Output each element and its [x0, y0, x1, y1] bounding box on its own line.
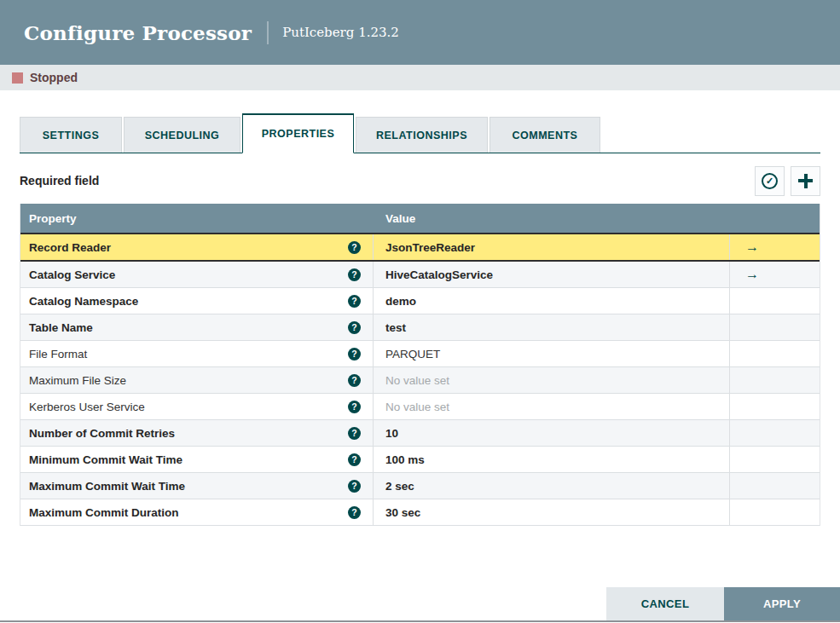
goto-cell [730, 447, 820, 472]
property-cell: Maximum File Size [20, 367, 374, 393]
property-cell: Maximum Commit Wait Time [20, 473, 374, 499]
property-value: No value set [385, 374, 449, 387]
apply-button[interactable]: APPLY [724, 587, 840, 620]
property-table-body: Record Reader JsonTreeReader Catalog Ser… [20, 233, 820, 526]
property-name: Table Name [29, 321, 93, 334]
property-cell: Record Reader [20, 234, 374, 260]
property-value: 10 [385, 427, 398, 440]
property-cell: Minimum Commit Wait Time [20, 447, 374, 472]
required-field-legend: Required field [20, 174, 99, 187]
tab-bar: SETTINGSSCHEDULINGPROPERTIESRELATIONSHIP… [20, 113, 820, 153]
stopped-icon [12, 72, 23, 84]
value-cell[interactable]: 2 sec [374, 473, 730, 499]
tab-label: PROPERTIES [262, 128, 335, 140]
goto-cell [730, 420, 820, 446]
table-row[interactable]: Minimum Commit Wait Time 100 ms [20, 447, 820, 473]
help-icon[interactable] [348, 480, 361, 493]
property-name: Minimum Commit Wait Time [29, 453, 182, 466]
property-table-header: Property Value [20, 204, 820, 233]
table-row[interactable]: Catalog Service HiveCatalogService [20, 262, 820, 288]
table-row[interactable]: Number of Commit Retries 10 [20, 420, 820, 447]
value-cell[interactable]: 30 sec [374, 499, 730, 525]
check-circle-icon [762, 173, 778, 189]
dialog-header: Configure Processor PutIceberg 1.23.2 [0, 0, 840, 65]
add-property-button[interactable] [791, 166, 820, 196]
status-label: Stopped [30, 71, 78, 84]
property-name: Number of Commit Retries [29, 427, 175, 440]
property-name: Record Reader [29, 241, 111, 254]
table-row[interactable]: Maximum File Size No value set [20, 367, 820, 394]
configure-processor-dialog: Configure Processor PutIceberg 1.23.2 St… [0, 0, 840, 623]
property-cell: Kerberos User Service [20, 394, 374, 419]
help-icon[interactable] [348, 321, 361, 334]
property-name: Kerberos User Service [29, 401, 145, 413]
table-row[interactable]: Record Reader JsonTreeReader [20, 233, 820, 262]
property-value: test [385, 321, 406, 334]
value-cell[interactable]: test [374, 314, 730, 340]
table-row[interactable]: File Format PARQUET [20, 341, 820, 367]
property-cell: Table Name [20, 314, 374, 340]
tab-comments[interactable]: COMMENTS [490, 117, 600, 153]
goto-cell [730, 234, 820, 260]
value-cell[interactable]: PARQUET [374, 341, 730, 366]
property-name: Catalog Namespace [29, 295, 138, 308]
tab-settings[interactable]: SETTINGS [20, 117, 122, 153]
value-cell[interactable]: 10 [374, 420, 730, 446]
value-cell[interactable]: No value set [374, 394, 730, 419]
property-table: Property Value Record Reader JsonTreeRea… [20, 204, 820, 526]
goto-cell [730, 499, 820, 525]
table-row[interactable]: Catalog Namespace demo [20, 288, 820, 314]
dialog-footer: CANCEL APPLY [606, 587, 840, 620]
toolbar-buttons [755, 166, 820, 196]
property-name: Maximum Commit Duration [29, 506, 179, 519]
properties-toolbar: Required field [20, 165, 820, 196]
table-row[interactable]: Kerberos User Service No value set [20, 394, 820, 420]
help-icon[interactable] [348, 295, 361, 308]
goto-cell [730, 394, 820, 419]
goto-cell [730, 288, 820, 314]
value-cell[interactable]: No value set [374, 367, 730, 393]
property-cell: Maximum Commit Duration [20, 499, 374, 525]
value-cell[interactable]: demo [374, 288, 730, 314]
help-icon[interactable] [348, 453, 361, 466]
title-divider [267, 21, 269, 44]
property-value: No value set [385, 401, 449, 413]
value-cell[interactable]: HiveCatalogService [374, 262, 730, 287]
column-header-value: Value [374, 212, 730, 225]
help-icon[interactable] [348, 268, 361, 281]
property-name: Catalog Service [29, 268, 115, 281]
status-bar: Stopped [0, 65, 840, 90]
goto-service-arrow-icon[interactable] [745, 240, 759, 254]
dialog-bottom-edge [0, 620, 840, 622]
tab-properties[interactable]: PROPERTIES [242, 113, 354, 153]
help-icon[interactable] [348, 241, 361, 254]
table-row[interactable]: Table Name test [20, 314, 820, 341]
tab-label: SETTINGS [43, 130, 100, 141]
value-cell[interactable]: 100 ms [374, 447, 730, 472]
plus-icon [798, 174, 813, 188]
verify-properties-button[interactable] [755, 166, 785, 196]
help-icon[interactable] [348, 348, 361, 361]
help-icon[interactable] [348, 401, 361, 413]
value-cell[interactable]: JsonTreeReader [374, 234, 730, 260]
goto-cell [730, 262, 820, 287]
table-row[interactable]: Maximum Commit Duration 30 sec [20, 499, 820, 526]
property-value: 100 ms [385, 453, 425, 466]
cancel-button[interactable]: CANCEL [606, 587, 724, 620]
goto-service-arrow-icon[interactable] [745, 268, 759, 281]
help-icon[interactable] [348, 506, 361, 519]
tab-scheduling[interactable]: SCHEDULING [124, 117, 240, 153]
property-name: Maximum File Size [29, 374, 126, 387]
help-icon[interactable] [348, 374, 361, 387]
goto-cell [730, 367, 820, 393]
dialog-content: SETTINGSSCHEDULINGPROPERTIESRELATIONSHIP… [0, 113, 840, 526]
help-icon[interactable] [348, 427, 361, 440]
tab-relationships[interactable]: RELATIONSHIPS [356, 117, 488, 153]
property-value: demo [385, 295, 416, 308]
tab-label: SCHEDULING [145, 130, 220, 141]
table-row[interactable]: Maximum Commit Wait Time 2 sec [20, 473, 820, 499]
tab-label: RELATIONSHIPS [376, 130, 467, 141]
property-value: PARQUET [385, 348, 440, 361]
dialog-title: Configure Processor [24, 21, 252, 44]
goto-cell [730, 314, 820, 340]
